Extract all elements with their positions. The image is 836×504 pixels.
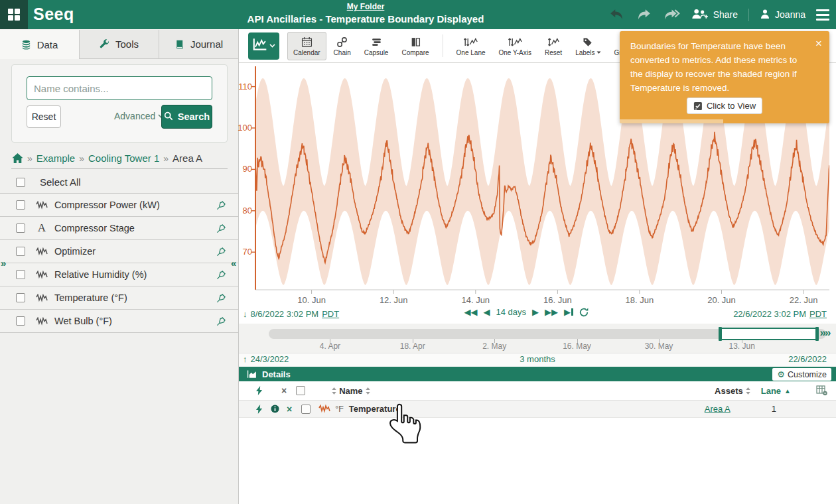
signal-row[interactable]: Optimizer — [0, 240, 238, 263]
sort-asc-icon[interactable]: ▲ — [784, 387, 791, 395]
sort-icon[interactable] — [746, 387, 750, 395]
asset-link[interactable]: Area A — [705, 404, 731, 414]
hand-cursor — [383, 402, 422, 446]
timezone-link[interactable]: PDT — [322, 309, 339, 319]
signal-row[interactable]: Temperature (°F) — [0, 286, 238, 310]
step-to-end-icon[interactable]: ▶ — [564, 308, 573, 316]
collapse-panel-chevron[interactable]: « — [231, 257, 236, 269]
y-tick-label: 110 — [232, 82, 252, 92]
info-icon[interactable] — [271, 405, 279, 413]
chain-button[interactable]: Chain — [328, 32, 357, 60]
signal-checkbox[interactable] — [16, 270, 25, 279]
app-grid-button[interactable] — [0, 0, 28, 29]
lane-value: 1 — [772, 404, 776, 414]
customize-button[interactable]: ⚙ Customize — [772, 368, 831, 381]
row-checkbox[interactable] — [301, 405, 311, 414]
remove-icon[interactable]: × — [287, 405, 292, 414]
metric-checkbox-icon — [693, 101, 703, 111]
signal-icon — [36, 247, 48, 256]
duration-label[interactable]: 14 days — [496, 307, 526, 317]
column-lane[interactable]: Lane — [761, 386, 781, 396]
remove-all-icon[interactable]: × — [281, 386, 287, 395]
signal-checkbox[interactable] — [16, 223, 25, 233]
signal-icon — [36, 271, 48, 279]
pin-icon[interactable] — [216, 316, 226, 326]
lightning-icon[interactable] — [256, 386, 263, 395]
my-folder-link[interactable]: My Folder — [247, 2, 484, 11]
signal-label: Wet Bulb (°F) — [54, 316, 112, 326]
range-selection-window[interactable] — [720, 328, 817, 340]
signal-checkbox[interactable] — [16, 247, 25, 256]
tab-journal[interactable]: Journal — [159, 30, 238, 59]
timezone-link[interactable]: PDT — [809, 309, 827, 319]
undo-icon[interactable] — [609, 9, 625, 21]
details-table-row[interactable]: × °F Temperature Area A 1 — [239, 401, 836, 418]
capsule-button[interactable]: Capsule — [358, 32, 395, 60]
slider-end-icon[interactable]: »» — [820, 326, 830, 340]
user-icon — [760, 9, 770, 21]
pin-icon[interactable] — [216, 293, 226, 303]
labels-icon — [583, 36, 593, 48]
header-center: My Folder API Ancillaries - Temperature … — [247, 2, 484, 25]
redo-icon[interactable] — [636, 9, 652, 21]
select-all-checkbox[interactable] — [16, 178, 25, 187]
pin-icon[interactable] — [216, 200, 226, 210]
one-y-axis-icon — [508, 36, 523, 48]
breadcrumb-link[interactable]: Cooling Tower 1 — [88, 153, 159, 164]
search-input[interactable] — [27, 76, 212, 100]
step-forward-icon[interactable]: ▶ — [532, 308, 539, 316]
share-button[interactable]: Share — [691, 8, 738, 22]
signal-row[interactable]: Relative Humidity (%) — [0, 263, 238, 286]
pin-icon[interactable] — [216, 223, 226, 233]
range-handle-left[interactable] — [719, 327, 722, 341]
forward-icon[interactable] — [662, 9, 681, 21]
apps-grid-icon — [8, 9, 20, 21]
signal-row[interactable]: Wet Bulb (°F) — [0, 310, 238, 333]
compare-button[interactable]: Compare — [395, 32, 435, 60]
home-icon[interactable] — [12, 153, 23, 163]
investigate-range-duration[interactable]: 3 months — [520, 354, 555, 364]
tab-data[interactable]: Data — [0, 30, 80, 59]
one-y-axis-button[interactable]: One Y-Axis — [493, 32, 537, 60]
calendar-button[interactable]: Calendar — [287, 32, 326, 60]
select-all-rows-checkbox[interactable] — [296, 386, 305, 395]
user-menu[interactable]: Joanna — [748, 9, 805, 21]
lightning-icon[interactable] — [256, 405, 263, 414]
signal-checkbox[interactable] — [16, 200, 25, 210]
step-forward-fast-icon[interactable]: ▶▶ — [545, 308, 558, 316]
up-arrow-icon: ↑ — [243, 354, 247, 364]
tab-tools[interactable]: Tools — [80, 30, 159, 59]
refresh-icon[interactable] — [579, 308, 589, 317]
step-back-fast-icon[interactable]: ◀◀ — [464, 308, 477, 316]
column-assets[interactable]: Assets — [715, 386, 743, 396]
column-name[interactable]: Name — [339, 386, 362, 396]
breadcrumb-link[interactable]: Example — [36, 153, 75, 164]
seeq-logo[interactable]: Seeq — [33, 5, 74, 24]
search-icon — [164, 111, 173, 123]
signal-row[interactable]: A Compressor Stage — [0, 217, 238, 240]
pin-icon[interactable] — [216, 270, 226, 280]
advanced-dropdown[interactable]: Advanced — [114, 111, 165, 121]
signal-checkbox[interactable] — [16, 316, 25, 326]
range-handle-right[interactable] — [815, 327, 819, 341]
signal-row[interactable]: Compressor Power (kW) — [0, 194, 238, 217]
expand-panel-chevron[interactable]: » — [1, 257, 6, 269]
reset-button[interactable]: Reset — [539, 32, 568, 60]
sort-icon[interactable] — [332, 387, 336, 395]
reset-button[interactable]: Reset — [27, 105, 61, 128]
search-button[interactable]: Search — [161, 105, 212, 129]
view-selector-button[interactable] — [248, 32, 279, 60]
one-lane-button[interactable]: One Lane — [451, 32, 492, 60]
columns-icon[interactable] — [816, 385, 828, 396]
step-back-icon[interactable]: ◀ — [483, 308, 490, 316]
sort-icon[interactable] — [366, 387, 370, 395]
labels-button[interactable]: Labels — [569, 32, 606, 60]
hamburger-menu-icon[interactable] — [816, 9, 829, 21]
gears-icon: ⚙ — [777, 369, 785, 379]
signal-checkbox[interactable] — [16, 293, 25, 302]
range-tick-label: 4. Apr — [307, 342, 353, 351]
signal-icon — [36, 317, 48, 326]
close-icon[interactable]: × — [815, 37, 822, 50]
click-to-view-button[interactable]: Click to View — [687, 97, 762, 114]
pin-icon[interactable] — [216, 247, 226, 257]
